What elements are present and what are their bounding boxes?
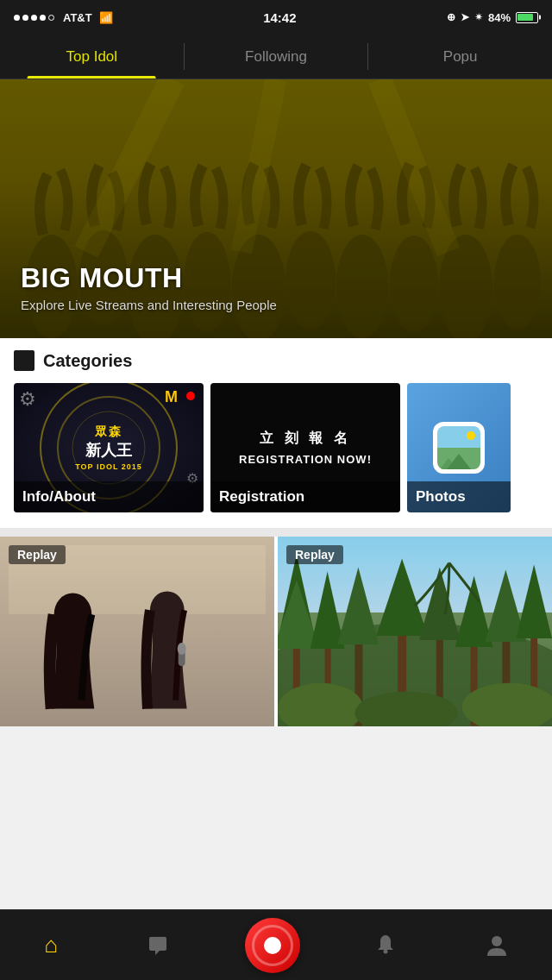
gear-icon-tl: ⚙ [19, 388, 36, 411]
nav-home[interactable]: ⌂ [30, 925, 72, 965]
bottom-nav: ⌂ [0, 909, 552, 980]
wifi-icon: 📶 [99, 11, 113, 24]
dot-4 [40, 15, 46, 21]
card-registration-label: Registration [210, 481, 400, 512]
dot-5 [48, 15, 54, 21]
replay-card-indoor[interactable]: Replay [0, 537, 274, 726]
svg-marker-19 [310, 571, 345, 648]
idol-logo-line1: 眾森 [75, 424, 142, 440]
status-bar: AT&T 📶 14:42 ⊕ ➤ ✴ 84% [0, 0, 552, 35]
mcdonalds-logo: M [165, 388, 178, 406]
category-card-info[interactable]: ⚙ ⚙ M 眾森 新人王 TOP IDOL 2015 Info/About [14, 383, 204, 512]
categories-grid: ⚙ ⚙ M 眾森 新人王 TOP IDOL 2015 Info/About 立 … [14, 383, 538, 521]
replay-card-outdoor[interactable]: Replay [278, 537, 552, 726]
signal-dots [14, 15, 54, 21]
replay-section: Replay [0, 537, 552, 726]
section-divider [0, 528, 552, 537]
nav-record-inner [252, 925, 293, 966]
replay-badge-outdoor: Replay [286, 545, 343, 564]
nav-profile[interactable] [472, 927, 522, 964]
svg-point-35 [384, 949, 388, 953]
categories-section: Categories ⚙ ⚙ M 眾森 新人王 TOP IDOL [0, 338, 552, 528]
navigation-icon: ➤ [461, 11, 469, 23]
hero-title: BIG MOUTH [21, 262, 277, 294]
outdoor-trees-svg [278, 537, 552, 726]
card-info-label: Info/About [14, 481, 204, 512]
reg-english-text: REGISTRATION NOW! [239, 453, 372, 466]
replay-badge-indoor: Replay [9, 545, 66, 564]
status-time: 14:42 [263, 10, 296, 25]
dot-1 [14, 15, 20, 21]
battery-fill [518, 14, 533, 21]
category-card-registration[interactable]: 立 刻 報 名 REGISTRATION NOW! Registration [210, 383, 400, 512]
svg-point-36 [492, 936, 502, 946]
nav-chat[interactable] [132, 927, 184, 964]
category-card-photos[interactable]: Photos [407, 383, 511, 512]
idol-logo-line2: 新人王 [75, 440, 142, 461]
battery-icon [516, 12, 538, 23]
nav-record-dot [264, 937, 281, 954]
photo-sun [467, 431, 475, 440]
categories-title: Categories [43, 351, 132, 371]
reg-chinese-text: 立 刻 報 名 [260, 430, 350, 448]
bottom-spacer [0, 726, 552, 804]
svg-marker-23 [376, 559, 428, 636]
categories-header: Categories [14, 350, 538, 371]
dot-2 [22, 15, 28, 21]
bell-icon [374, 933, 397, 958]
idol-logo-line3: TOP IDOL 2015 [75, 462, 142, 471]
profile-icon [486, 933, 508, 958]
carrier-label: AT&T [63, 11, 92, 24]
hero-banner: BIG MOUTH Explore Live Streams and Inter… [0, 79, 552, 338]
nav-notifications[interactable] [361, 927, 411, 964]
tab-popular-label: Popu [443, 48, 478, 66]
tab-popular[interactable]: Popu [368, 35, 552, 79]
home-icon: ⌂ [44, 932, 58, 958]
svg-point-13 [178, 643, 186, 655]
status-left: AT&T 📶 [14, 11, 113, 24]
status-right: ⊕ ➤ ✴ 84% [447, 11, 538, 24]
photo-mountain-1 [447, 454, 471, 469]
tab-top-idol-label: Top Idol [66, 48, 118, 66]
idol-logo-text: 眾森 新人王 TOP IDOL 2015 [75, 424, 142, 471]
location-icon: ⊕ [447, 11, 455, 23]
battery-percent: 84% [488, 11, 511, 24]
card-photos-label: Photos [407, 481, 511, 512]
people-silhouettes-svg [0, 571, 274, 726]
replay-grid: Replay [0, 537, 552, 726]
tab-top-idol[interactable]: Top Idol [0, 35, 184, 79]
photos-icon-box [433, 422, 485, 474]
photo-icon-inner [437, 426, 480, 469]
hero-text: BIG MOUTH Explore Live Streams and Inter… [21, 262, 277, 312]
categories-icon [14, 350, 34, 371]
red-dot-indicator [186, 392, 195, 400]
bluetooth-icon: ✴ [474, 11, 483, 23]
svg-marker-31 [516, 564, 552, 638]
tab-following[interactable]: Following [185, 35, 368, 79]
tab-following-label: Following [245, 48, 307, 66]
chat-icon [146, 933, 170, 958]
nav-record-button[interactable] [245, 918, 300, 973]
dot-3 [31, 15, 37, 21]
tab-bar: Top Idol Following Popu [0, 35, 552, 79]
svg-marker-21 [338, 567, 380, 644]
hero-subtitle: Explore Live Streams and Interesting Peo… [21, 298, 277, 312]
